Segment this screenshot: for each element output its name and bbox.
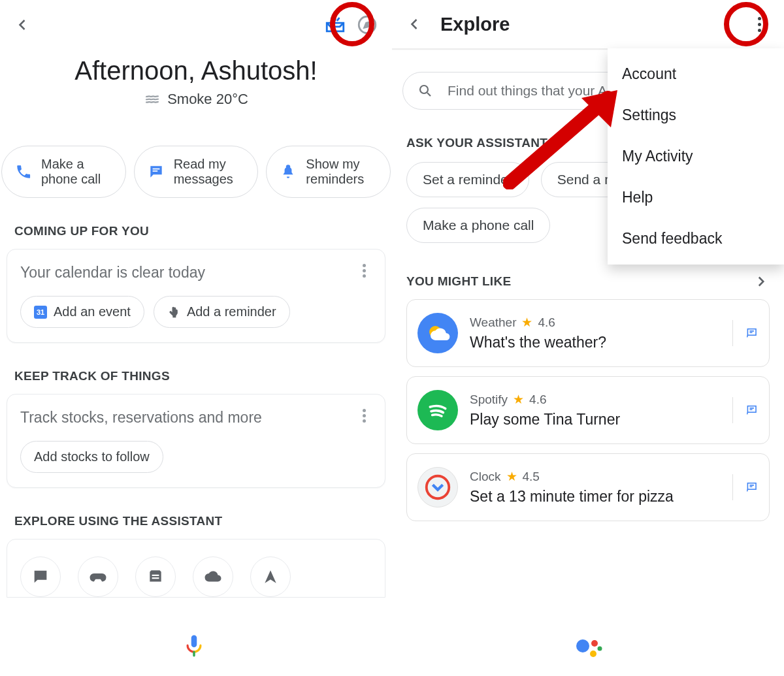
explore-nav-icon[interactable] [250, 556, 291, 597]
chip-make-call[interactable]: Make a phone call [406, 208, 550, 243]
card-name: Weather [470, 315, 516, 330]
show-reminders-chip[interactable]: Show my reminders [266, 146, 391, 198]
svg-rect-2 [152, 577, 159, 579]
svg-point-8 [427, 476, 449, 499]
reminder-icon [278, 162, 298, 182]
card-rating: 4.5 [523, 470, 540, 484]
menu-account[interactable]: Account [608, 54, 784, 95]
card-name: Clock [470, 470, 501, 484]
read-messages-chip[interactable]: Read my messages [134, 146, 259, 198]
explore-messages-icon[interactable] [20, 556, 61, 597]
try-icon[interactable] [732, 320, 759, 346]
search-icon [417, 83, 433, 99]
explore-games-icon[interactable] [78, 556, 118, 597]
phone-icon [14, 162, 33, 182]
section-coming-header: COMING UP FOR YOU [14, 224, 392, 238]
inbox-icon[interactable] [324, 14, 346, 36]
compass-icon[interactable] [354, 12, 380, 38]
menu-activity[interactable]: My Activity [608, 136, 784, 177]
svg-rect-3 [191, 636, 197, 647]
back-button[interactable] [12, 14, 33, 35]
calendar-status: Your calendar is clear today [20, 264, 372, 282]
clock-app-icon [417, 467, 458, 507]
star-icon: ★ [513, 392, 524, 407]
weather-app-icon [417, 313, 458, 353]
search-placeholder: Find out things that your Ass [448, 83, 621, 99]
svg-point-13 [590, 651, 596, 657]
overflow-menu-button[interactable] [746, 11, 772, 37]
explore-cloud-icon[interactable] [193, 556, 233, 597]
card-rating: 4.6 [538, 315, 555, 330]
chip-set-reminder[interactable]: Set a reminder [406, 162, 529, 197]
card-spotify[interactable]: Spotify ★ 4.6 Play some Tina Turner [406, 376, 770, 444]
spotify-app-icon [417, 390, 458, 430]
finger-icon [167, 306, 180, 319]
menu-settings[interactable]: Settings [608, 95, 784, 136]
try-icon[interactable] [732, 397, 759, 423]
card-command: Set a 13 minute timer for pizza [470, 488, 721, 506]
add-event-chip[interactable]: 31 Add an event [20, 296, 144, 328]
add-reminder-chip[interactable]: Add a reminder [154, 296, 290, 328]
card-command: What's the weather? [470, 334, 721, 351]
card-menu-button[interactable] [356, 263, 372, 278]
svg-point-11 [591, 640, 598, 647]
weather-text: Smoke 20°C [167, 91, 248, 108]
greeting-text: Afternoon, Ashutosh! [0, 56, 392, 86]
overflow-menu: Account Settings My Activity Help Send f… [608, 48, 784, 265]
svg-rect-1 [152, 575, 159, 576]
explore-news-icon[interactable] [135, 556, 176, 597]
star-icon: ★ [506, 469, 517, 484]
card-command: Play some Tina Turner [470, 411, 721, 428]
chip-label: Make a phone call [41, 157, 114, 187]
svg-point-10 [576, 639, 589, 652]
track-card: Track stocks, reservations and more Add … [7, 394, 385, 488]
back-button[interactable] [404, 14, 425, 35]
menu-help[interactable]: Help [608, 177, 784, 218]
menu-feedback[interactable]: Send feedback [608, 218, 784, 259]
svg-point-12 [598, 647, 602, 651]
track-title: Track stocks, reservations and more [20, 409, 372, 427]
message-icon [146, 162, 166, 182]
mic-button[interactable] [183, 634, 209, 660]
chip-label: Show my reminders [306, 157, 378, 187]
card-name: Spotify [470, 393, 508, 407]
section-track-header: KEEP TRACK OF THINGS [14, 369, 392, 383]
card-menu-button[interactable] [356, 408, 372, 423]
star-icon: ★ [521, 315, 532, 330]
weather-icon [144, 91, 161, 108]
calendar-card: Your calendar is clear today 31 Add an e… [7, 249, 385, 343]
section-like-header: YOU MIGHT LIKE [406, 274, 511, 289]
card-rating: 4.6 [529, 393, 546, 407]
make-call-chip[interactable]: Make a phone call [1, 146, 126, 198]
explore-title: Explore [440, 14, 510, 35]
section-explore-header: EXPLORE USING THE ASSISTANT [14, 514, 392, 528]
calendar-icon: 31 [34, 306, 47, 319]
add-stocks-chip[interactable]: Add stocks to follow [20, 441, 163, 473]
card-clock[interactable]: Clock ★ 4.5 Set a 13 minute timer for pi… [406, 453, 770, 521]
chip-label: Read my messages [174, 157, 246, 187]
try-icon[interactable] [732, 474, 759, 500]
svg-point-4 [420, 86, 428, 93]
assistant-button[interactable] [575, 634, 601, 660]
card-weather[interactable]: Weather ★ 4.6 What's the weather? [406, 299, 770, 367]
chevron-right-icon[interactable] [753, 273, 770, 290]
